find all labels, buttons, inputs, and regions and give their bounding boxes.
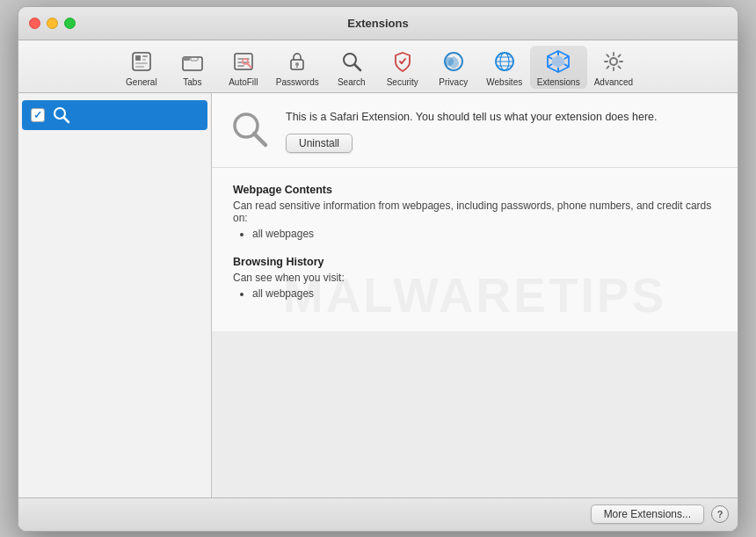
extension-icon [229, 109, 272, 151]
webpage-contents-title: Webpage Contents [233, 184, 716, 196]
browsing-history-title: Browsing History [233, 256, 716, 268]
security-icon [389, 47, 417, 76]
browsing-history-section: Browsing History Can see when you visit:… [233, 256, 716, 300]
websites-icon [491, 47, 519, 76]
extension-checkbox[interactable]: ✓ [31, 108, 45, 122]
svg-point-13 [243, 59, 248, 64]
security-label: Security [387, 77, 418, 87]
svg-rect-3 [142, 59, 146, 61]
toolbar-item-passwords[interactable]: Passwords [269, 46, 326, 89]
websites-label: Websites [486, 77, 522, 87]
extension-header: This is a Safari Extension. You should t… [212, 93, 738, 169]
sidebar-item-search-ext[interactable]: ✓ [22, 100, 207, 130]
webpage-contents-item-0: all webpages [252, 228, 716, 240]
toolbar-item-extensions[interactable]: Extensions [530, 46, 587, 89]
toolbar-item-tabs[interactable]: Tabs [167, 46, 218, 89]
svg-line-38 [64, 117, 69, 122]
advanced-icon [600, 47, 628, 76]
extension-info: This is a Safari Extension. You should t… [286, 109, 720, 154]
privacy-label: Privacy [439, 77, 468, 87]
tabs-icon [178, 47, 207, 76]
search-toolbar-icon [338, 47, 366, 76]
safari-preferences-window: Extensions General [18, 6, 738, 532]
svg-line-20 [402, 59, 405, 63]
svg-rect-2 [142, 55, 148, 57]
webpage-contents-list: all webpages [252, 228, 716, 240]
extension-description: This is a Safari Extension. You should t… [286, 109, 720, 126]
toolbar-item-security[interactable]: Security [377, 46, 428, 89]
detail-panel: This is a Safari Extension. You should t… [212, 93, 738, 332]
svg-rect-7 [183, 57, 190, 61]
svg-line-18 [354, 64, 360, 70]
svg-rect-5 [135, 66, 144, 68]
main-content: ✓ [18, 93, 738, 497]
privacy-icon [440, 47, 468, 76]
webpage-contents-desc: Can read sensitive information from webp… [233, 200, 716, 224]
autofill-label: AutoFill [229, 77, 258, 87]
toolbar-item-websites[interactable]: Websites [479, 46, 530, 89]
svg-marker-29 [552, 55, 564, 68]
svg-point-36 [610, 58, 617, 65]
permissions-section: Webpage Contents Can read sensitive info… [212, 168, 738, 331]
general-icon [127, 47, 156, 76]
toolbar: General Tabs [18, 40, 738, 93]
title-bar: Extensions [18, 7, 738, 40]
toolbar-item-privacy[interactable]: Privacy [428, 46, 479, 89]
search-label: Search [338, 77, 366, 87]
maximize-button[interactable] [64, 18, 76, 29]
browsing-history-desc: Can see when you visit: [233, 272, 716, 284]
sidebar-ext-icon [52, 105, 71, 125]
checkmark-icon: ✓ [33, 109, 42, 121]
bottom-bar: More Extensions... ? [18, 497, 738, 531]
help-button[interactable]: ? [711, 505, 729, 523]
svg-line-40 [254, 134, 265, 145]
window-title: Extensions [347, 17, 408, 30]
toolbar-item-advanced[interactable]: Advanced [587, 46, 640, 89]
svg-point-22 [445, 57, 454, 66]
passwords-label: Passwords [276, 77, 319, 87]
minimize-button[interactable] [47, 18, 58, 29]
detail-wrapper: This is a Safari Extension. You should t… [212, 93, 738, 497]
extensions-icon [544, 47, 572, 76]
svg-rect-1 [135, 55, 141, 61]
svg-rect-4 [135, 62, 148, 64]
more-extensions-button[interactable]: More Extensions... [591, 504, 704, 524]
autofill-icon [229, 47, 258, 76]
webpage-contents-section: Webpage Contents Can read sensitive info… [233, 184, 716, 240]
advanced-label: Advanced [594, 77, 633, 87]
toolbar-item-general[interactable]: General [116, 46, 167, 89]
browsing-history-list: all webpages [252, 287, 716, 300]
general-label: General [126, 77, 157, 87]
toolbar-item-autofill[interactable]: AutoFill [218, 46, 269, 89]
extensions-label: Extensions [537, 77, 580, 87]
tabs-label: Tabs [183, 77, 201, 87]
browsing-history-item-0: all webpages [252, 287, 716, 300]
close-button[interactable] [29, 18, 40, 29]
svg-point-15 [295, 62, 299, 66]
passwords-icon [283, 47, 311, 76]
traffic-lights [29, 18, 76, 29]
sidebar: ✓ [18, 93, 212, 497]
toolbar-item-search[interactable]: Search [326, 46, 377, 89]
uninstall-button[interactable]: Uninstall [286, 134, 353, 153]
